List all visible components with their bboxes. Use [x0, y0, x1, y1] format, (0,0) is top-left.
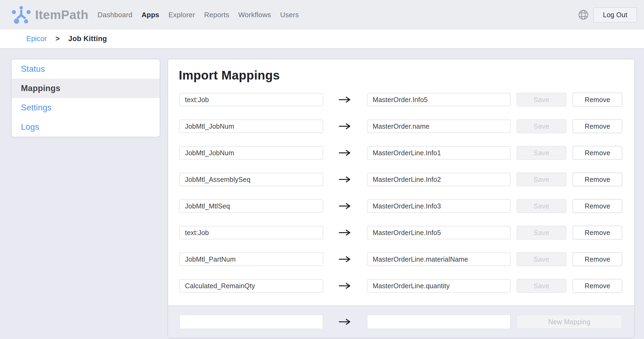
brand-name: ItemPath [35, 8, 88, 22]
mapping-source-input[interactable] [179, 173, 323, 186]
log-out-button[interactable]: Log Out [593, 7, 637, 23]
content-area: Status Mappings Settings Logs Import Map… [0, 49, 644, 338]
arrow-right-icon [323, 319, 367, 325]
mapping-row: Save Remove [168, 226, 634, 240]
mapping-target-input[interactable] [367, 173, 511, 186]
arrow-right-icon [323, 229, 367, 236]
save-button[interactable]: Save [516, 119, 567, 133]
breadcrumb-separator: > [56, 35, 60, 43]
new-mapping-source-input[interactable] [179, 315, 323, 329]
breadcrumb: Epicor > Job Kitting [0, 30, 644, 49]
remove-button[interactable]: Remove [573, 93, 622, 107]
mapping-target-input[interactable] [367, 226, 511, 239]
nav-item-explorer[interactable]: Explorer [168, 11, 195, 19]
sidebar: Status Mappings Settings Logs [11, 59, 160, 137]
mapping-row: Save Remove [168, 252, 634, 266]
remove-button[interactable]: Remove [573, 252, 622, 266]
sidebar-item-status[interactable]: Status [12, 59, 160, 79]
mapping-target-input[interactable] [367, 279, 511, 293]
sidebar-item-logs[interactable]: Logs [12, 117, 160, 137]
brand-logo[interactable]: ItemPath [11, 5, 88, 24]
mapping-row: Save Remove [168, 172, 634, 186]
arrow-right-icon [323, 150, 367, 156]
nav-item-workflows[interactable]: Workflows [238, 11, 271, 19]
arrow-right-icon [323, 256, 367, 262]
mapping-source-input[interactable] [179, 279, 323, 293]
mapping-source-input[interactable] [179, 253, 323, 266]
mapping-source-input[interactable] [179, 146, 323, 160]
mapping-source-input[interactable] [179, 93, 323, 106]
sidebar-item-mappings[interactable]: Mappings [12, 79, 160, 98]
mapping-row: Save Remove [168, 199, 634, 213]
arrow-right-icon [323, 176, 367, 183]
mapping-target-input[interactable] [367, 253, 511, 266]
new-mapping-row: New Mapping [168, 305, 634, 338]
nav-item-apps[interactable]: Apps [141, 11, 159, 19]
mapping-rows: Save Remove Save Remove Save Remove [168, 93, 634, 305]
itempath-molecule-icon [11, 5, 31, 24]
save-button[interactable]: Save [516, 146, 567, 160]
mapping-source-input[interactable] [179, 226, 323, 239]
mapping-source-input[interactable] [179, 120, 323, 133]
remove-button[interactable]: Remove [573, 279, 622, 293]
remove-button[interactable]: Remove [573, 146, 622, 160]
remove-button[interactable]: Remove [573, 119, 622, 133]
page-title: Import Mappings [179, 68, 634, 82]
nav-item-reports[interactable]: Reports [204, 11, 229, 19]
breadcrumb-current: Job Kitting [68, 35, 107, 43]
mapping-row: Save Remove [168, 93, 634, 107]
arrow-right-icon [323, 123, 367, 129]
remove-button[interactable]: Remove [573, 199, 622, 213]
save-button[interactable]: Save [516, 279, 567, 293]
save-button[interactable]: Save [516, 199, 567, 213]
mapping-target-input[interactable] [367, 199, 511, 213]
breadcrumb-link-epicor[interactable]: Epicor [26, 35, 47, 43]
primary-nav: Dashboard Apps Explorer Reports Workflow… [97, 11, 299, 19]
save-button[interactable]: Save [516, 252, 567, 266]
new-mapping-button[interactable]: New Mapping [516, 315, 622, 329]
mapping-source-input[interactable] [179, 199, 323, 213]
new-mapping-target-input[interactable] [367, 315, 511, 329]
arrow-right-icon [323, 283, 367, 289]
mapping-target-input[interactable] [367, 146, 511, 160]
mapping-target-input[interactable] [367, 120, 511, 133]
save-button[interactable]: Save [516, 226, 567, 240]
nav-item-dashboard[interactable]: Dashboard [97, 11, 132, 19]
save-button[interactable]: Save [516, 172, 567, 186]
mapping-row: Save Remove [168, 279, 634, 293]
import-mappings-panel: Import Mappings Save Remove Save Remove [168, 59, 635, 338]
remove-button[interactable]: Remove [573, 172, 622, 186]
mapping-row: Save Remove [168, 146, 634, 160]
globe-icon[interactable] [578, 9, 589, 20]
top-nav-bar: ItemPath Dashboard Apps Explorer Reports… [0, 0, 644, 30]
arrow-right-icon [323, 203, 367, 209]
sidebar-item-settings[interactable]: Settings [12, 98, 160, 117]
mapping-target-input[interactable] [367, 93, 511, 106]
nav-item-users[interactable]: Users [280, 11, 299, 19]
top-right-controls: Log Out [578, 7, 637, 23]
save-button[interactable]: Save [516, 93, 567, 107]
arrow-right-icon [323, 96, 367, 103]
remove-button[interactable]: Remove [573, 226, 622, 240]
mapping-row: Save Remove [168, 119, 634, 133]
